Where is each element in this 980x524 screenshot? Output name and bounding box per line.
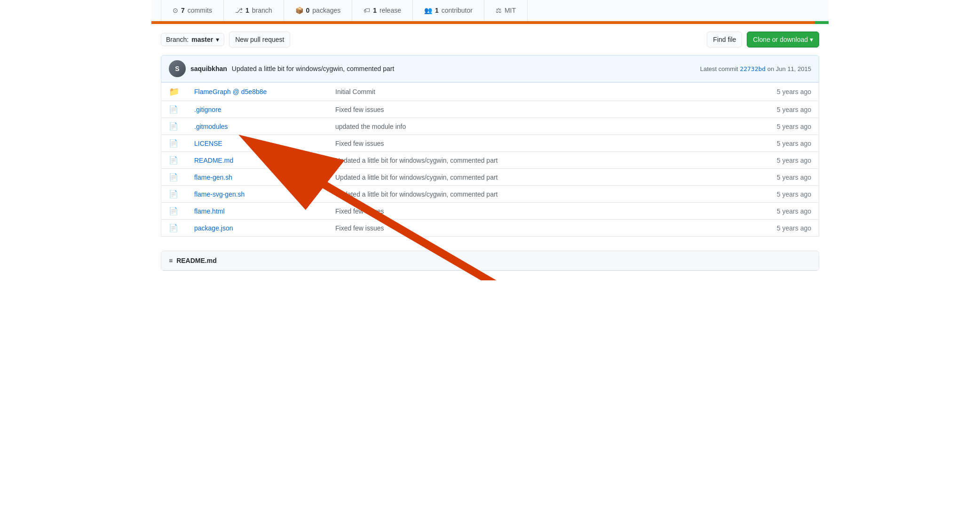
file-commit-message: Initial Commit xyxy=(328,83,711,101)
commits-icon: ⊙ xyxy=(173,7,178,14)
chevron-down-icon: ▾ xyxy=(216,36,219,43)
file-time: 5 years ago xyxy=(711,152,819,169)
file-icon: 📄 xyxy=(169,139,178,147)
contributors-label: contributor xyxy=(442,7,473,14)
table-row: 📄README.mdUpdated a little bit for windo… xyxy=(161,152,819,169)
releases-stat[interactable]: 🏷 1 release xyxy=(352,0,413,21)
commit-info-left: S saquibkhan Updated a little bit for wi… xyxy=(169,60,394,77)
commit-info-right: Latest commit 22732bd on Jun 11, 2015 xyxy=(700,65,811,72)
commit-author[interactable]: saquibkhan xyxy=(190,65,227,72)
file-link[interactable]: .gitmodules xyxy=(194,123,228,130)
readme-icon: ≡ xyxy=(169,257,173,264)
branch-icon: ⎇ xyxy=(235,7,243,14)
file-time: 5 years ago xyxy=(711,135,819,152)
license-label: MIT xyxy=(505,7,516,14)
releases-icon: 🏷 xyxy=(364,7,370,14)
readme-header: ≡ README.md xyxy=(161,251,819,270)
file-commit-message: Fixed few issues xyxy=(328,101,711,118)
file-icon: 📄 xyxy=(169,224,178,232)
contributors-stat[interactable]: 👥 1 contributor xyxy=(413,0,484,21)
file-link[interactable]: package.json xyxy=(194,224,233,232)
file-commit-message: Fixed few issues xyxy=(328,135,711,152)
file-time: 5 years ago xyxy=(711,83,819,101)
packages-label: packages xyxy=(312,7,340,14)
branch-selector-button[interactable]: Branch: master ▾ xyxy=(161,33,224,46)
commit-hash-link[interactable]: 22732bd xyxy=(740,65,766,72)
table-row: 📄package.jsonFixed few issues5 years ago xyxy=(161,220,819,237)
commit-info-bar: S saquibkhan Updated a little bit for wi… xyxy=(161,55,819,82)
file-time: 5 years ago xyxy=(711,220,819,237)
table-row: 📄.gitignoreFixed few issues5 years ago xyxy=(161,101,819,118)
license-stat[interactable]: ⚖ MIT xyxy=(484,0,528,21)
file-icon: 📄 xyxy=(169,122,178,130)
packages-count: 0 xyxy=(306,7,310,14)
contributors-icon: 👥 xyxy=(424,7,432,14)
file-time: 5 years ago xyxy=(711,186,819,203)
file-time: 5 years ago xyxy=(711,203,819,220)
file-icon: 📄 xyxy=(169,207,178,215)
file-time: 5 years ago xyxy=(711,118,819,135)
file-link[interactable]: flame-svg-gen.sh xyxy=(194,191,245,198)
commits-count: 7 xyxy=(181,7,185,14)
commit-message: Updated a little bit for windows/cygwin,… xyxy=(232,65,395,72)
releases-count: 1 xyxy=(373,7,377,14)
packages-icon: 📦 xyxy=(295,7,303,14)
file-commit-message: Updated a little bit for windows/cygwin,… xyxy=(328,169,711,186)
file-link[interactable]: .gitignore xyxy=(194,106,221,113)
file-time: 5 years ago xyxy=(711,169,819,186)
readme-title: README.md xyxy=(176,257,217,264)
branch-label: Branch: xyxy=(166,36,189,43)
main-content: S saquibkhan Updated a little bit for wi… xyxy=(151,55,829,280)
file-time: 5 years ago xyxy=(711,101,819,118)
file-icon: 📄 xyxy=(169,190,178,198)
file-link[interactable]: FlameGraph @ d5e8b8e xyxy=(194,88,267,95)
progress-fill-green xyxy=(815,21,829,24)
progress-fill-orange xyxy=(151,21,815,24)
file-link[interactable]: flame-gen.sh xyxy=(194,174,232,181)
commit-date: on Jun 11, 2015 xyxy=(767,65,811,72)
folder-icon: 📁 xyxy=(169,87,179,96)
table-row: 📄flame.htmlFixed few issues5 years ago xyxy=(161,203,819,220)
toolbar-left: Branch: master ▾ New pull request xyxy=(161,32,290,48)
file-link[interactable]: README.md xyxy=(194,157,233,164)
language-bar xyxy=(151,21,829,24)
contributors-count: 1 xyxy=(435,7,439,14)
toolbar-right: Find file Clone or download ▾ xyxy=(707,32,819,48)
table-row: 📄flame-svg-gen.shUpdated a little bit fo… xyxy=(161,186,819,203)
new-pull-request-button[interactable]: New pull request xyxy=(229,32,290,48)
file-commit-message: Updated a little bit for windows/cygwin,… xyxy=(328,186,711,203)
avatar: S xyxy=(169,60,186,77)
commits-stat[interactable]: ⊙ 7 commits xyxy=(161,0,224,21)
branches-count: 1 xyxy=(245,7,249,14)
table-row: 📄LICENSEFixed few issues5 years ago xyxy=(161,135,819,152)
latest-commit-label: Latest commit xyxy=(700,65,738,72)
packages-stat[interactable]: 📦 0 packages xyxy=(284,0,353,21)
branches-stat[interactable]: ⎇ 1 branch xyxy=(224,0,284,21)
file-icon: 📄 xyxy=(169,156,178,164)
find-file-button[interactable]: Find file xyxy=(707,32,742,48)
file-link[interactable]: LICENSE xyxy=(194,140,222,147)
file-commit-message: updated the module info xyxy=(328,118,711,135)
table-row: 📄.gitmodulesupdated the module info5 yea… xyxy=(161,118,819,135)
file-icon: 📄 xyxy=(169,105,178,113)
file-toolbar: Branch: master ▾ New pull request Find f… xyxy=(151,24,829,55)
repo-stats-bar: ⊙ 7 commits ⎇ 1 branch 📦 0 packages 🏷 1 … xyxy=(151,0,829,21)
file-commit-message: Fixed few issues xyxy=(328,220,711,237)
clone-or-download-button[interactable]: Clone or download ▾ xyxy=(747,32,819,48)
file-link[interactable]: flame.html xyxy=(194,207,225,215)
file-icon: 📄 xyxy=(169,173,178,181)
table-row: 📁FlameGraph @ d5e8b8eInitial Commit5 yea… xyxy=(161,83,819,101)
file-table: 📁FlameGraph @ d5e8b8eInitial Commit5 yea… xyxy=(161,82,819,237)
file-commit-message: Updated a little bit for windows/cygwin,… xyxy=(328,152,711,169)
readme-section: ≡ README.md xyxy=(161,251,819,271)
license-icon: ⚖ xyxy=(496,7,502,14)
file-commit-message: Fixed few issues xyxy=(328,203,711,220)
branch-name: master xyxy=(191,36,213,43)
table-row: 📄flame-gen.shUpdated a little bit for wi… xyxy=(161,169,819,186)
branches-label: branch xyxy=(252,7,272,14)
releases-label: release xyxy=(379,7,401,14)
commits-label: commits xyxy=(188,7,212,14)
